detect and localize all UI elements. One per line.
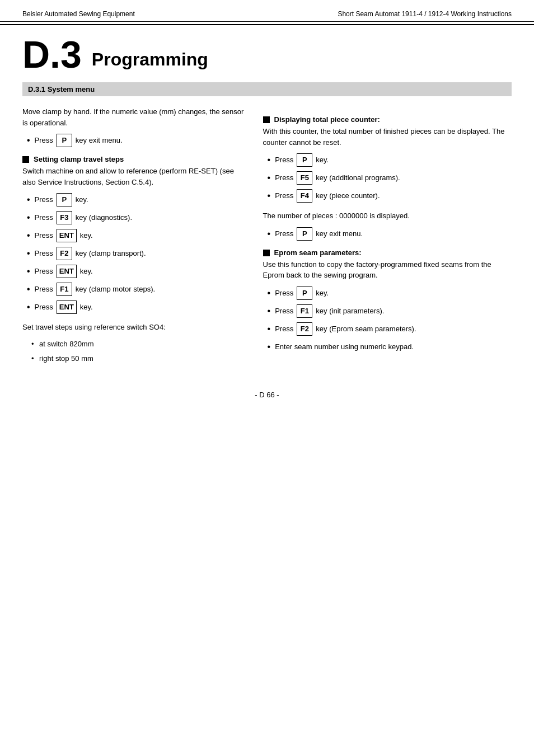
setting-desc: Switch machine on and allow to reference… [22,166,244,187]
displaying-icon [263,116,270,123]
key-f1-motor: F1 [57,283,72,296]
bullet-f3: • Press F3 key (diagnostics). [22,211,244,224]
key-ent-2: ENT [57,265,77,278]
bullet-right-p-exit: • Press P key exit menu. [263,227,512,241]
key-p-1: P [57,193,72,206]
page-number: - D 66 - [255,391,279,399]
key-p: P [57,134,72,147]
right-stop-label: right stop 50 mm [39,354,93,363]
bullet-ent-3: • Press ENT key. [22,300,244,314]
switch-label: at switch 820mm [39,340,94,348]
key-eprom-p: P [297,287,312,300]
header-left: Beisler Automated Sewing Equipment [22,10,135,18]
setting-heading: Setting clamp travel steps [22,155,244,163]
bullet-f1-motor: • Press F1 key (clamp motor steps). [22,283,244,296]
setting-heading-text: Setting clamp travel steps [34,155,124,163]
page-header: Beisler Automated Sewing Equipment Short… [0,0,534,22]
key-f4: F4 [297,189,312,203]
bullet-ent-1: • Press ENT key. [22,229,244,242]
key-f3: F3 [57,211,72,224]
bullet-f4: • Press F4 key (piece counter). [263,189,512,203]
enter-seam-text: Enter seam number using numeric keypad. [275,341,414,353]
right-stop-item: right stop 50 mm [39,353,244,365]
switch-item: at switch 820mm [39,339,244,350]
bullet-dot: • [27,134,30,147]
displaying-desc: With this counter, the total number of f… [263,126,512,148]
subsection-bar: D.3.1 System menu [22,82,512,96]
key-right-p1: P [297,153,312,167]
eprom-heading: Eprom seam parameters: [263,248,512,257]
bullet-f2-eprom: • Press F2 key (Eprom seam parameters). [263,322,512,336]
key-f2-eprom: F2 [297,322,312,336]
bullet-ent-2: • Press ENT key. [22,265,244,278]
eprom-heading-text: Eprom seam parameters: [274,248,362,257]
bullet-right-p1: • Press P key. [263,153,512,167]
bullet-eprom-p: • Press P key. [263,287,512,300]
key-f5: F5 [297,171,312,185]
displaying-heading-text: Displaying total piece counter: [274,115,380,124]
section-title: Programming [92,39,208,70]
heading-icon [22,156,29,163]
left-column: Move clamp by hand. If the numeric value… [22,106,257,368]
bullet-f1-init: • Press F1 key (init parameters). [263,304,512,318]
eprom-icon [263,250,270,256]
bullet-p: • Press P key. [22,193,244,206]
key-right-p-exit: P [297,227,312,241]
eprom-desc: Use this function to copy the factory-pr… [263,259,512,281]
press-label: Press [35,135,53,146]
key-exit-label: key exit menu. [76,135,123,146]
bullet-exit: • Press P key exit menu. [22,134,244,147]
intro-text: Move clamp by hand. If the numeric value… [22,106,244,128]
subsection-label: D.3.1 System menu [28,85,95,93]
key-ent-1: ENT [57,229,77,242]
right-column: Displaying total piece counter: With thi… [257,106,512,368]
bullet-f2-clamp: • Press F2 key (clamp transport). [22,247,244,260]
displaying-heading: Displaying total piece counter: [263,115,512,124]
section-title-block: D.3 Programming [22,35,512,73]
key-ent-3: ENT [57,300,77,314]
key-f2-clamp: F2 [57,247,72,260]
header-right: Short Seam Automat 1911-4 / 1912-4 Worki… [338,10,512,18]
bullet-f5: • Press F5 key (additional programs). [263,171,512,185]
set-travel-text: Set travel steps using reference switch … [22,322,244,333]
bullet-enter-seam: • Enter seam number using numeric keypad… [263,340,512,354]
bullet-content: Press P key exit menu. [35,134,123,147]
page-footer: - D 66 - [22,391,512,399]
pieces-display-text: The number of pieces : 0000000 is displa… [263,210,512,222]
section-id: D.3 [22,35,82,73]
key-f1-init: F1 [297,304,312,318]
